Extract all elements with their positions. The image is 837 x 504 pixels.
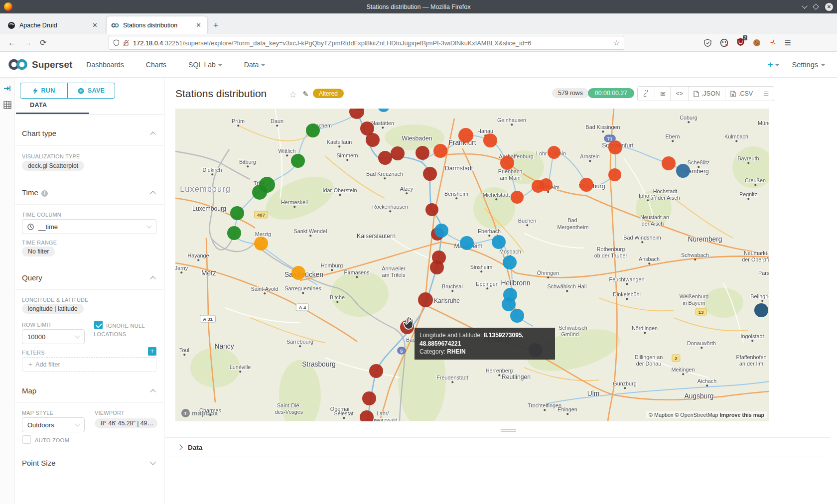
cookie-extension-icon[interactable] bbox=[753, 39, 761, 47]
scatter-point[interactable] bbox=[418, 292, 433, 307]
scatter-point[interactable] bbox=[608, 168, 621, 181]
bookmark-star-icon[interactable]: ☆ bbox=[613, 39, 620, 47]
scatter-point[interactable] bbox=[458, 128, 473, 143]
scatter-point[interactable] bbox=[511, 191, 524, 204]
collapse-icon[interactable] bbox=[150, 276, 155, 281]
pinwheel-extension-icon[interactable] bbox=[769, 39, 777, 47]
section-time[interactable]: Timei bbox=[22, 188, 48, 197]
scatter-point[interactable] bbox=[252, 185, 267, 200]
mapbox-logo[interactable]: m mapbox bbox=[181, 409, 218, 417]
superset-logo[interactable]: Superset bbox=[8, 58, 72, 71]
map-canvas[interactable]: PrümDaunCochemKastellaunSimmernNastätten… bbox=[175, 109, 769, 421]
scatter-point[interactable] bbox=[423, 167, 437, 181]
dataset-grid-icon[interactable] bbox=[3, 101, 11, 109]
tab-close-icon[interactable]: ✕ bbox=[194, 21, 203, 29]
scatter-point[interactable] bbox=[754, 303, 768, 317]
scatter-point[interactable] bbox=[306, 124, 320, 137]
tab-apache-druid[interactable]: Apache Druid ✕ bbox=[3, 16, 104, 34]
auto-zoom-checkbox[interactable] bbox=[22, 435, 31, 444]
favorite-star-icon[interactable]: ☆ bbox=[289, 89, 297, 100]
save-button[interactable]: SAVE bbox=[67, 83, 115, 98]
nav-data[interactable]: Data bbox=[244, 61, 266, 69]
export-json-button[interactable]: .JSON bbox=[688, 87, 725, 101]
scatter-point[interactable] bbox=[500, 156, 514, 170]
scatter-point[interactable] bbox=[362, 391, 376, 405]
reload-button[interactable]: ⟳ bbox=[40, 38, 46, 47]
section-chart-type[interactable]: Chart type bbox=[22, 129, 56, 137]
scatter-point[interactable] bbox=[434, 224, 448, 238]
maximize-icon[interactable] bbox=[813, 3, 819, 10]
viewport-value[interactable]: 8° 46' 45.28" | 49… bbox=[95, 418, 157, 428]
collapse-icon[interactable] bbox=[150, 389, 155, 394]
scatter-point[interactable] bbox=[254, 237, 268, 251]
add-filter-box[interactable]: +Add filter bbox=[22, 357, 156, 372]
url-bar[interactable]: 172.18.0.4:32251/superset/explore/?form_… bbox=[109, 36, 624, 50]
scatter-point[interactable] bbox=[510, 309, 524, 323]
ublock-icon[interactable]: 2 bbox=[737, 38, 744, 48]
time-range-value[interactable]: No filter bbox=[22, 247, 55, 256]
share-link-button[interactable] bbox=[638, 87, 655, 101]
resize-handle[interactable] bbox=[501, 429, 516, 432]
export-csv-button[interactable]: .CSV bbox=[725, 87, 758, 101]
insecure-lock-icon[interactable] bbox=[123, 39, 129, 46]
scatter-point[interactable] bbox=[291, 266, 305, 280]
edit-icon[interactable]: ✎ bbox=[302, 90, 309, 99]
tab-stations-distribution[interactable]: Stations distribution ✕ bbox=[107, 16, 207, 34]
section-point-size[interactable]: Point Size bbox=[22, 459, 56, 467]
nav-sql-lab[interactable]: SQL Lab bbox=[188, 61, 222, 69]
scatter-point[interactable] bbox=[492, 235, 506, 249]
scatter-point[interactable] bbox=[662, 156, 676, 170]
scatter-point[interactable] bbox=[430, 260, 444, 274]
scatter-point[interactable] bbox=[425, 203, 438, 216]
expand-panel-icon[interactable] bbox=[3, 85, 11, 92]
email-button[interactable]: ✉ bbox=[655, 87, 670, 101]
section-query[interactable]: Query bbox=[22, 273, 42, 282]
new-tab-button[interactable]: + bbox=[213, 20, 219, 31]
scatter-point[interactable] bbox=[366, 133, 380, 147]
map-attribution[interactable]: © Mapbox © OpenStreetMap Improve this ma… bbox=[646, 411, 767, 418]
section-map[interactable]: Map bbox=[22, 386, 36, 395]
nav-dashboards[interactable]: Dashboards bbox=[86, 61, 124, 69]
tab-close-icon[interactable]: ✕ bbox=[91, 21, 99, 29]
collapse-icon[interactable] bbox=[150, 191, 155, 196]
scatter-point[interactable] bbox=[433, 144, 447, 158]
ignore-null-checkbox[interactable] bbox=[94, 321, 103, 329]
collapse-icon[interactable] bbox=[150, 459, 155, 465]
scatter-point[interactable] bbox=[230, 206, 244, 220]
scatter-point[interactable] bbox=[291, 154, 305, 168]
embed-code-button[interactable]: <> bbox=[670, 87, 688, 101]
scatter-point[interactable] bbox=[483, 133, 497, 147]
time-column-select[interactable]: __time bbox=[22, 219, 156, 234]
viz-type-value[interactable]: deck.gl Scatterplot bbox=[22, 161, 84, 171]
shield-icon[interactable] bbox=[113, 39, 120, 46]
scatter-point[interactable] bbox=[503, 255, 517, 269]
extension-shield-icon[interactable] bbox=[704, 39, 711, 47]
scatter-point[interactable] bbox=[416, 146, 429, 160]
scatter-point[interactable] bbox=[608, 140, 622, 154]
add-filter-plus-button[interactable]: + bbox=[148, 347, 156, 356]
scatter-point[interactable] bbox=[548, 146, 560, 159]
tab-data[interactable]: DATA bbox=[30, 102, 47, 109]
nav-charts[interactable]: Charts bbox=[146, 61, 166, 69]
scatter-point[interactable] bbox=[369, 364, 383, 378]
lonlat-value[interactable]: longitude | latitude bbox=[22, 304, 84, 314]
scatter-point[interactable] bbox=[391, 146, 405, 160]
menu-icon[interactable]: ☰ bbox=[785, 38, 791, 47]
scatter-point[interactable] bbox=[378, 151, 392, 165]
data-results-collapse[interactable]: Data bbox=[165, 437, 830, 457]
collapse-icon[interactable] bbox=[150, 131, 155, 137]
settings-menu[interactable]: Settings bbox=[792, 61, 825, 69]
scatter-point[interactable] bbox=[540, 178, 553, 191]
mask-extension-icon[interactable] bbox=[720, 39, 728, 47]
scatter-point[interactable] bbox=[676, 164, 690, 178]
back-button[interactable]: ← bbox=[8, 38, 16, 47]
map-style-select[interactable]: Outdoors bbox=[22, 417, 85, 432]
close-icon[interactable]: ✕ bbox=[825, 3, 833, 11]
scatter-point[interactable] bbox=[360, 410, 374, 421]
scatter-point[interactable] bbox=[227, 226, 241, 240]
more-options-icon[interactable]: ☰ bbox=[758, 87, 774, 101]
run-button[interactable]: RUN bbox=[20, 83, 67, 98]
scatter-point[interactable] bbox=[579, 178, 593, 192]
minimize-icon[interactable] bbox=[802, 3, 807, 8]
scatter-point[interactable] bbox=[460, 236, 474, 250]
